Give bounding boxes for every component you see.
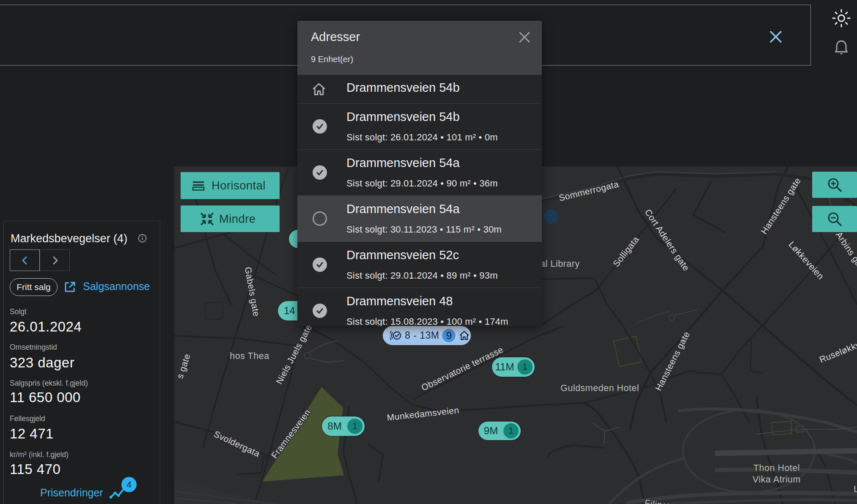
svg-text:Vika Atrium: Vika Atrium: [753, 474, 801, 485]
svg-text:al Library: al Library: [540, 259, 580, 269]
svg-text:La: La: [854, 484, 857, 494]
svg-text:Guldsmeden Hotel: Guldsmeden Hotel: [560, 383, 639, 393]
svg-text:Thon Hotel: Thon Hotel: [753, 463, 800, 473]
svg-text:hos Thea: hos Thea: [230, 351, 269, 361]
